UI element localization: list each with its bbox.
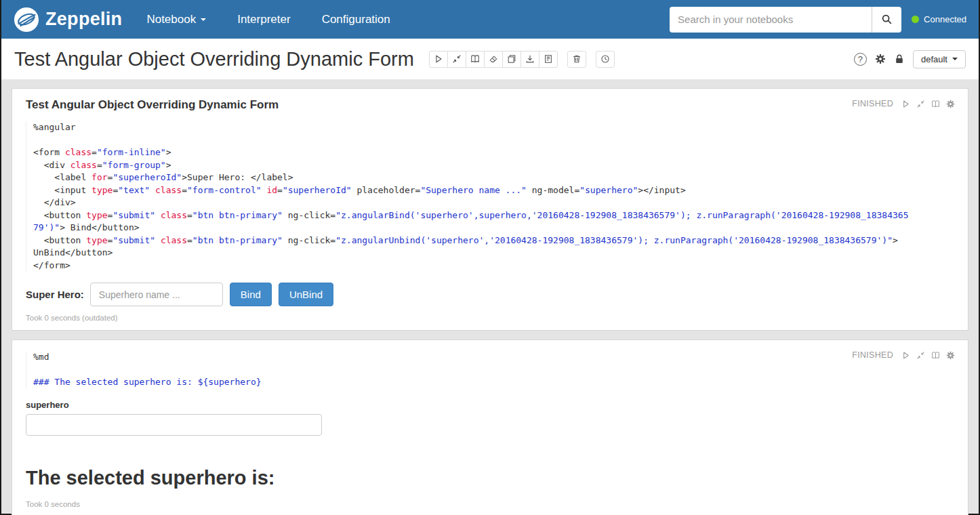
angular-output-form: Super Hero: Bind UnBind	[26, 283, 954, 306]
show-hide-output-button[interactable]	[466, 51, 485, 68]
status-badge: FINISHED	[852, 350, 893, 360]
superhero-dynamic-form-input[interactable]	[26, 414, 322, 436]
top-navbar: Zeppelin Notebook Interpreter Configurat…	[1, 0, 979, 39]
paragraph-title: Test Angular Object Overriding Dynamic F…	[26, 98, 954, 112]
paragraph-1: Test Angular Object Overriding Dynamic F…	[12, 88, 968, 331]
code-editor[interactable]: %md ### The selected superhero is: ${sup…	[26, 351, 954, 389]
collapse-paragraph-button[interactable]	[916, 351, 925, 360]
note-title[interactable]: Test Angular Object Overriding Dynamic F…	[14, 48, 414, 70]
play-icon	[901, 351, 910, 360]
play-icon	[901, 100, 910, 108]
export-icon	[544, 54, 553, 64]
view-mode-label: default	[921, 54, 947, 64]
zeppelin-app: Zeppelin Notebook Interpreter Configurat…	[0, 0, 980, 515]
notebook-search	[670, 7, 901, 33]
clone-icon	[507, 54, 516, 64]
note-actions-group	[429, 51, 558, 68]
nav-interpreter-label: Interpreter	[237, 13, 290, 26]
caret-down-icon	[952, 58, 958, 60]
note-permissions-button[interactable]	[894, 54, 905, 64]
paragraph-settings-button[interactable]	[946, 100, 955, 108]
note-header-right: ? default	[854, 50, 966, 68]
superhero-name-input[interactable]	[90, 283, 223, 306]
zeppelin-logo-icon	[14, 7, 39, 33]
dynamic-form-label: superhero	[26, 400, 954, 410]
run-paragraph-button[interactable]	[901, 351, 910, 360]
paragraph-exec-info: Took 0 seconds (outdated)	[26, 314, 954, 322]
nav-notebook-label: Notebook	[146, 13, 196, 26]
status-badge: FINISHED	[852, 99, 893, 108]
book-icon	[931, 351, 940, 360]
main-menu: Notebook Interpreter Configuration	[146, 13, 390, 26]
trash-icon	[572, 54, 581, 64]
eraser-icon	[489, 54, 498, 64]
clock-icon	[600, 54, 610, 64]
note-header: Test Angular Object Overriding Dynamic F…	[1, 39, 979, 79]
commit-note-button[interactable]	[539, 51, 558, 68]
book-icon	[931, 100, 940, 108]
collapse-icon	[916, 100, 925, 108]
zeppelin-home-link[interactable]: Zeppelin	[14, 7, 122, 33]
shortcut-help-button[interactable]: ?	[854, 53, 867, 66]
code-editor[interactable]: %angular <form class="form-inline"> <div…	[26, 121, 954, 272]
settings-gear-icon	[946, 100, 955, 108]
delete-note-button[interactable]	[567, 51, 586, 68]
paragraph-2: FINISHED %md ### The selected superhero …	[12, 339, 968, 515]
note-content: Test Angular Object Overriding Dynamic F…	[1, 79, 979, 515]
paragraph-settings-button[interactable]	[946, 351, 955, 360]
superhero-form-label: Super Hero:	[26, 289, 84, 300]
run-all-paragraphs-button[interactable]	[429, 51, 448, 68]
scheduler-button[interactable]	[596, 51, 615, 68]
unbind-button[interactable]: UnBind	[279, 283, 333, 306]
show-editor-button[interactable]	[931, 351, 940, 360]
run-paragraph-button[interactable]	[901, 100, 910, 108]
help-icon: ?	[858, 54, 863, 64]
connection-status-label: Connected	[924, 14, 966, 24]
search-input[interactable]	[670, 7, 872, 33]
download-icon	[525, 54, 535, 64]
lock-icon	[894, 54, 905, 64]
nav-configuration[interactable]: Configuration	[322, 13, 390, 26]
nav-notebook-dropdown[interactable]: Notebook	[146, 13, 206, 26]
settings-gear-icon	[946, 351, 955, 360]
connected-dot-icon	[912, 16, 919, 23]
clear-output-button[interactable]	[484, 51, 503, 68]
result-heading: The selected superhero is:	[26, 467, 954, 489]
collapse-icon	[916, 351, 925, 360]
paragraph-controls: FINISHED	[852, 350, 955, 360]
run-all-icon	[434, 54, 443, 64]
export-note-button[interactable]	[520, 51, 539, 68]
book-icon	[470, 54, 480, 64]
clone-note-button[interactable]	[502, 51, 521, 68]
view-mode-dropdown[interactable]: default	[913, 50, 966, 68]
brand-name: Zeppelin	[45, 9, 122, 30]
bind-button[interactable]: Bind	[230, 283, 272, 306]
collapse-paragraph-button[interactable]	[916, 100, 925, 108]
caret-down-icon	[201, 18, 206, 21]
show-hide-code-button[interactable]	[447, 51, 466, 68]
search-icon	[881, 14, 893, 25]
note-toolbar	[429, 51, 615, 68]
nav-interpreter[interactable]: Interpreter	[237, 13, 290, 26]
nav-configuration-label: Configuration	[322, 13, 390, 26]
interpreter-binding-button[interactable]	[875, 54, 886, 64]
show-editor-button[interactable]	[931, 100, 940, 108]
gear-icon	[875, 54, 886, 64]
search-button[interactable]	[872, 7, 901, 33]
connection-status: Connected	[912, 14, 966, 24]
collapse-icon	[452, 54, 462, 64]
paragraph-exec-info: Took 0 seconds	[26, 500, 954, 508]
paragraph-controls: FINISHED	[852, 99, 955, 108]
